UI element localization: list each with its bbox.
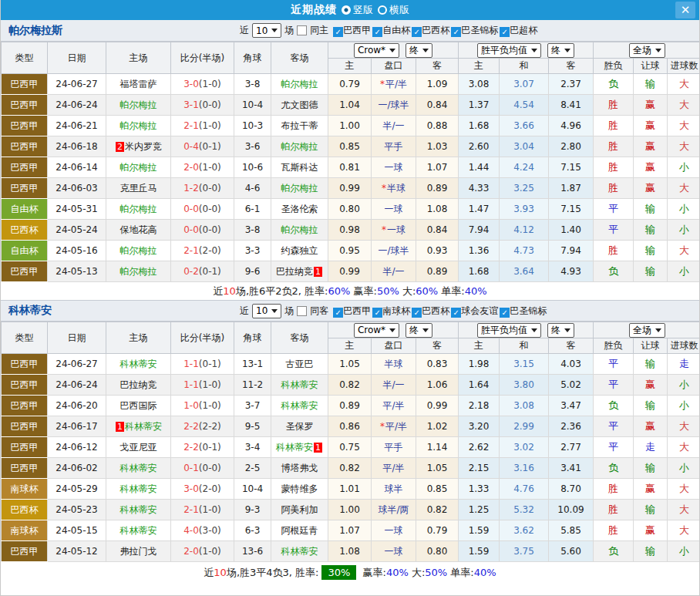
home-odds-cell: 0.95 — [328, 241, 372, 261]
home-team-cell: 保地花高 — [106, 220, 171, 241]
odds-time-select[interactable]: 终 — [406, 323, 432, 338]
away-team-cell: 约森独立 — [271, 241, 328, 261]
away-team-cell: 圣保罗 — [271, 416, 328, 437]
odds-time-value: 终 — [409, 324, 419, 337]
avg-draw-cell: 5.32 — [500, 500, 549, 520]
match-type-cell: 自由杯 — [2, 241, 48, 261]
close-button[interactable]: ✕ — [675, 2, 695, 19]
team2-summary: 近10场,胜3平4负3, 胜率:30% 赢率:40% 大:50% 单率:40% — [1, 562, 699, 584]
score-cell: 3-1(0-0) — [171, 95, 234, 116]
avg-home-cell: 1.64 — [459, 375, 500, 396]
away-team-cell: 古亚巴 — [271, 354, 328, 375]
sub-handicap-header: 盘口 — [372, 59, 416, 74]
avg-away-cell: 7.15 — [549, 157, 594, 178]
match-row: 巴西甲24-05-12弗拉门戈2-0(1-0)13-6科林蒂安1.08一球0.8… — [2, 541, 700, 562]
match-count-select[interactable]: 10 — [252, 304, 281, 318]
handicap-result-cell: 赢 — [634, 116, 668, 136]
home-odds-cell: 0.82 — [328, 458, 372, 479]
odds-time-select[interactable]: 终 — [406, 43, 432, 58]
home-odds-cell: 0.75 — [328, 437, 372, 458]
team-label: 帕尔梅拉 — [120, 120, 157, 131]
date-cell: 24-06-21 — [48, 116, 106, 136]
date-cell: 24-05-23 — [48, 500, 106, 520]
team-label: 科林蒂安 — [120, 463, 157, 473]
team-label: 米内罗竞 — [125, 141, 162, 152]
avg-time-select[interactable]: 终 — [547, 323, 574, 338]
handicap-result-cell: 赢 — [634, 136, 668, 157]
league-checkbox[interactable]: ✓ — [372, 308, 382, 318]
avg-away-cell: 1.40 — [549, 220, 594, 241]
match-row: 巴西甲24-06-14帕尔梅拉2-0(1-0)10-6瓦斯科达0.81一球1.0… — [2, 157, 700, 178]
league-checkbox[interactable]: ✓ — [372, 27, 382, 37]
odds-source-select[interactable]: Crow* — [354, 323, 399, 338]
team-label: 科林蒂安 — [120, 483, 157, 494]
ranking-badge: 2 — [116, 142, 124, 152]
handicap-cell: *半球 — [372, 178, 416, 199]
league-checkbox[interactable]: ✓ — [451, 308, 461, 318]
full-match-select[interactable]: 全场 — [629, 43, 665, 58]
same-home-checkbox[interactable] — [297, 25, 307, 35]
avg-away-cell: 4.03 — [549, 354, 594, 375]
full-match-select[interactable]: 全场 — [629, 323, 665, 338]
match-type-cell: 巴西甲 — [2, 116, 48, 136]
team-label: 保地花高 — [120, 224, 157, 235]
col-corner-header: 角球 — [234, 322, 271, 354]
home-team-cell: 科林蒂安 — [106, 458, 171, 479]
avg-away-cell: 2.77 — [549, 437, 594, 458]
score-cell: 1-1(0-1) — [171, 354, 234, 375]
wdl-result-cell: 负 — [594, 541, 634, 562]
match-count-select[interactable]: 10 — [252, 23, 281, 38]
near-label: 近 — [240, 305, 249, 318]
match-type-cell: 巴西甲 — [2, 437, 48, 458]
odds-source-select[interactable]: Crow* — [354, 43, 399, 58]
avg-home-cell: 4.33 — [459, 178, 500, 199]
league-checkbox[interactable]: ✓ — [500, 308, 510, 318]
league-checkbox[interactable]: ✓ — [500, 27, 510, 37]
team-label: 帕尔梅拉 — [120, 99, 157, 110]
home-team-cell: 帕尔梅拉 — [106, 241, 171, 261]
league-checkbox[interactable]: ✓ — [412, 308, 422, 318]
summary-segment: 60% — [416, 285, 438, 297]
sub-handicap-header: 盘口 — [372, 338, 416, 354]
avg-odds-select[interactable]: 胜平负均值 — [477, 43, 541, 58]
vertical-radio[interactable] — [342, 5, 351, 15]
horizontal-radio[interactable] — [378, 5, 387, 15]
handicap-cell: 平手 — [372, 136, 416, 157]
col-corner-header: 角球 — [234, 42, 271, 74]
avg-time-select[interactable]: 终 — [547, 43, 574, 58]
home-odds-cell: 0.81 — [328, 157, 372, 178]
team2-name: 科林蒂安 — [8, 304, 52, 318]
corner-cell: 11-2 — [234, 375, 271, 396]
league-checkbox[interactable]: ✓ — [333, 27, 343, 37]
avg-draw-cell: 3.80 — [500, 375, 549, 396]
avg-draw-cell: 3.15 — [500, 354, 549, 375]
home-team-cell: 帕尔梅拉 — [106, 199, 171, 220]
league-checkbox[interactable]: ✓ — [333, 308, 343, 318]
match-row: 巴西甲24-06-20巴西国际1-0(1-0)3-7科林蒂安0.89平/半0.9… — [2, 396, 700, 416]
avg-odds-select[interactable]: 胜平负均值 — [477, 323, 541, 338]
league-label: 巴圣锦标 — [510, 305, 547, 316]
vertical-radio-label[interactable]: 竖版 — [353, 4, 373, 15]
handicap-result-cell: 赢 — [634, 95, 668, 116]
score-cell: 2-0(1-0) — [171, 157, 234, 178]
team2-filters: 近 10 场 同客 ✓巴西甲✓南球杯✓巴西杯✓球会友谊✓巴圣锦标 — [240, 304, 548, 318]
result-group-header: 全场 — [594, 42, 700, 59]
sub-avg-draw-header: 和 — [500, 338, 549, 354]
team-label: 瓦斯科达 — [281, 162, 318, 173]
horizontal-radio-label[interactable]: 横版 — [389, 4, 409, 15]
titlebar: 近期战绩竖版横版 ✕ — [1, 0, 699, 20]
league-label: 巴西甲 — [343, 305, 371, 316]
handicap-cell: 一球 — [372, 541, 416, 562]
avg-draw-cell: 3.62 — [500, 520, 549, 541]
match-row: 巴西甲24-06-182米内罗竞0-4(0-1)3-6帕尔梅拉0.85平手1.0… — [2, 136, 700, 157]
away-team-cell: 布拉干蒂 — [271, 116, 328, 136]
avg-home-cell: 1.47 — [459, 199, 500, 220]
match-type-cell: 巴西甲 — [2, 541, 48, 562]
league-checkbox[interactable]: ✓ — [451, 27, 461, 37]
same-away-checkbox[interactable] — [297, 306, 307, 316]
team-label: 尤文图德 — [281, 99, 318, 110]
home-team-cell: 巴西国际 — [106, 396, 171, 416]
col-date-header: 日期 — [48, 42, 106, 74]
handicap-result-cell: 赢 — [634, 178, 668, 199]
league-checkbox[interactable]: ✓ — [412, 27, 422, 37]
